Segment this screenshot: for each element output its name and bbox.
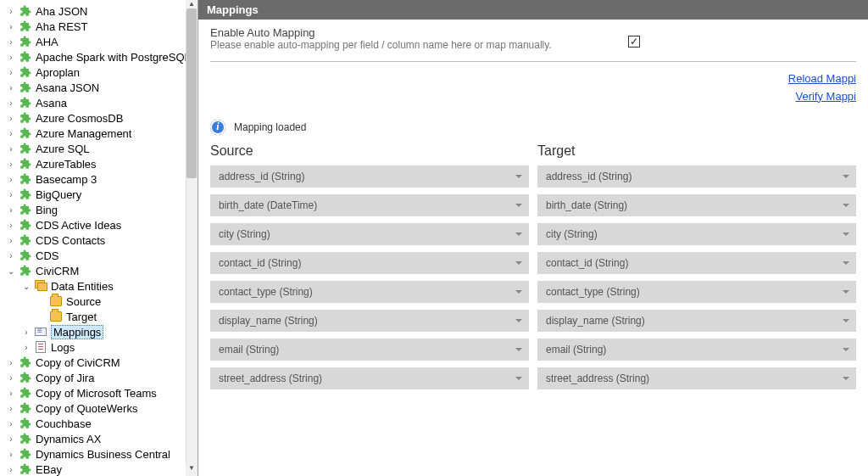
tree-item[interactable]: › Aha REST — [0, 19, 198, 34]
tree-item[interactable]: › Azure CosmosDB — [0, 110, 198, 126]
tree-item[interactable]: › Azure Management — [0, 126, 198, 141]
target-field-dropdown[interactable]: display_name (String) — [537, 310, 856, 332]
tree-item[interactable]: › Aha JSON — [0, 3, 198, 19]
tree-item[interactable]: › Apache Spark with PostgreSQL — [0, 49, 198, 64]
expand-chevron-icon[interactable]: › — [3, 465, 19, 474]
puzzle-icon — [19, 264, 32, 277]
puzzle-icon — [19, 65, 32, 79]
expand-chevron-icon[interactable]: › — [3, 389, 19, 398]
tree-item[interactable]: › Bing — [0, 202, 198, 217]
connection-tree[interactable]: › Aha JSON› Aha REST› AHA› Apache Spark … — [0, 0, 198, 476]
expand-chevron-icon[interactable]: ⌄ — [3, 266, 19, 276]
tree-item[interactable]: › Azure SQL — [0, 141, 198, 156]
tree-item[interactable]: › EBay — [0, 462, 198, 476]
expand-chevron-icon[interactable]: › — [3, 22, 19, 31]
expand-chevron-icon[interactable]: › — [3, 83, 19, 92]
source-field-dropdown[interactable]: birth_date (DateTime) — [210, 194, 529, 216]
tree-item[interactable]: › Aproplan — [0, 64, 198, 80]
reload-mappings-link[interactable]: Reload Mappi — [210, 72, 856, 85]
scroll-thumb[interactable] — [186, 8, 197, 178]
auto-mapping-checkbox[interactable]: ✓ — [628, 36, 640, 48]
source-field-dropdown[interactable]: display_name (String) — [210, 310, 529, 332]
tree-item[interactable]: › BigQuery — [0, 187, 198, 202]
source-field-dropdown[interactable]: city (String) — [210, 223, 529, 245]
expand-chevron-icon[interactable]: › — [3, 450, 19, 459]
source-field-dropdown[interactable]: address_id (String) — [210, 165, 529, 188]
tree-item[interactable]: › CDS Contacts — [0, 232, 198, 248]
puzzle-icon — [19, 50, 32, 64]
source-column: Source address_id (String)birth_date (Da… — [210, 140, 529, 396]
target-field-dropdown[interactable]: birth_date (String) — [537, 194, 856, 216]
expand-chevron-icon[interactable]: › — [3, 7, 19, 16]
expand-chevron-icon[interactable]: › — [3, 190, 19, 199]
tree-item[interactable]: ›Logs — [0, 339, 198, 355]
target-field-dropdown[interactable]: contact_id (String) — [537, 252, 856, 274]
source-field-dropdown[interactable]: email (String) — [210, 339, 529, 361]
expand-chevron-icon[interactable]: › — [3, 114, 19, 123]
expand-chevron-icon[interactable]: › — [3, 68, 19, 77]
expand-chevron-icon[interactable]: › — [3, 53, 19, 62]
tree-scrollbar[interactable]: ▲ ▼ — [186, 0, 198, 476]
expand-chevron-icon[interactable]: › — [3, 98, 19, 108]
tree-item[interactable]: › Copy of CiviCRM — [0, 355, 198, 370]
puzzle-icon — [19, 126, 32, 140]
puzzle-icon — [19, 20, 32, 33]
tree-item[interactable]: › Asana JSON — [0, 80, 198, 95]
expand-chevron-icon[interactable]: › — [19, 343, 34, 352]
tree-item[interactable]: › AzureTables — [0, 156, 198, 171]
folder-stack-icon — [34, 279, 47, 293]
expand-chevron-icon[interactable]: › — [3, 144, 19, 154]
expand-chevron-icon[interactable]: › — [3, 419, 19, 428]
expand-chevron-icon[interactable]: › — [3, 434, 19, 444]
source-field-dropdown[interactable]: contact_id (String) — [210, 252, 529, 274]
tree-item[interactable]: › CDS — [0, 248, 198, 263]
expand-chevron-icon[interactable]: › — [3, 236, 19, 245]
tree-item[interactable]: ›Mappings — [0, 324, 198, 339]
expand-chevron-icon[interactable]: › — [3, 37, 19, 47]
expand-chevron-icon[interactable]: ⌄ — [19, 282, 34, 291]
expand-chevron-icon[interactable]: › — [3, 175, 19, 184]
target-field-dropdown[interactable]: city (String) — [537, 223, 856, 245]
tree-item[interactable]: › CDS Active Ideas — [0, 217, 198, 232]
tree-item[interactable]: ⌄Data Entities — [0, 278, 198, 294]
target-field-dropdown[interactable]: contact_type (String) — [537, 281, 856, 303]
tree-item[interactable]: › Asana — [0, 95, 198, 110]
tree-item[interactable]: › Copy of Jira — [0, 370, 198, 385]
tree-item[interactable]: › Dynamics AX — [0, 431, 198, 446]
tree-item[interactable]: › Couchbase — [0, 416, 198, 431]
expand-chevron-icon[interactable]: › — [3, 251, 19, 260]
target-field-dropdown[interactable]: street_address (String) — [537, 367, 856, 389]
source-field-dropdown[interactable]: street_address (String) — [210, 367, 529, 389]
tree-item[interactable]: › Basecamp 3 — [0, 171, 198, 187]
expand-chevron-icon[interactable]: › — [19, 328, 34, 337]
expand-chevron-icon[interactable]: › — [3, 129, 19, 138]
tree-item-label: Bing — [36, 204, 58, 216]
source-header: Source — [210, 143, 529, 159]
tree-item[interactable]: ⌄ CiviCRM — [0, 263, 198, 278]
tree-item[interactable]: › Copy of Microsoft Teams — [0, 385, 198, 400]
tree-item[interactable]: Target — [0, 309, 198, 324]
tree-item[interactable]: › Copy of QuoteWerks — [0, 400, 198, 416]
auto-mapping-row: Enable Auto Mapping Please enable auto-m… — [210, 26, 856, 62]
expand-chevron-icon[interactable]: › — [3, 373, 19, 383]
tree-item-label: BigQuery — [36, 188, 81, 201]
tree-item[interactable]: › Dynamics Business Central — [0, 446, 198, 462]
expand-chevron-icon[interactable]: › — [3, 221, 19, 230]
verify-mappings-link[interactable]: Verify Mappi — [210, 90, 856, 103]
source-field-dropdown[interactable]: contact_type (String) — [210, 281, 529, 303]
tree-item[interactable]: Source — [0, 294, 198, 309]
expand-chevron-icon[interactable]: › — [3, 205, 19, 215]
tree-item-label: Dynamics Business Central — [36, 448, 170, 461]
expand-chevron-icon[interactable]: › — [3, 404, 19, 413]
puzzle-icon — [19, 447, 32, 461]
tree-item[interactable]: › AHA — [0, 34, 198, 49]
expand-chevron-icon[interactable]: › — [3, 358, 19, 367]
scroll-down-arrow[interactable]: ▼ — [186, 464, 198, 476]
tree-item-label: Source — [66, 295, 101, 308]
expand-chevron-icon[interactable]: › — [3, 160, 19, 169]
target-header: Target — [537, 143, 856, 159]
tree-item-label: Dynamics AX — [36, 433, 101, 445]
puzzle-icon — [19, 401, 32, 415]
target-field-dropdown[interactable]: email (String) — [537, 339, 856, 361]
target-field-dropdown[interactable]: address_id (String) — [537, 165, 856, 188]
